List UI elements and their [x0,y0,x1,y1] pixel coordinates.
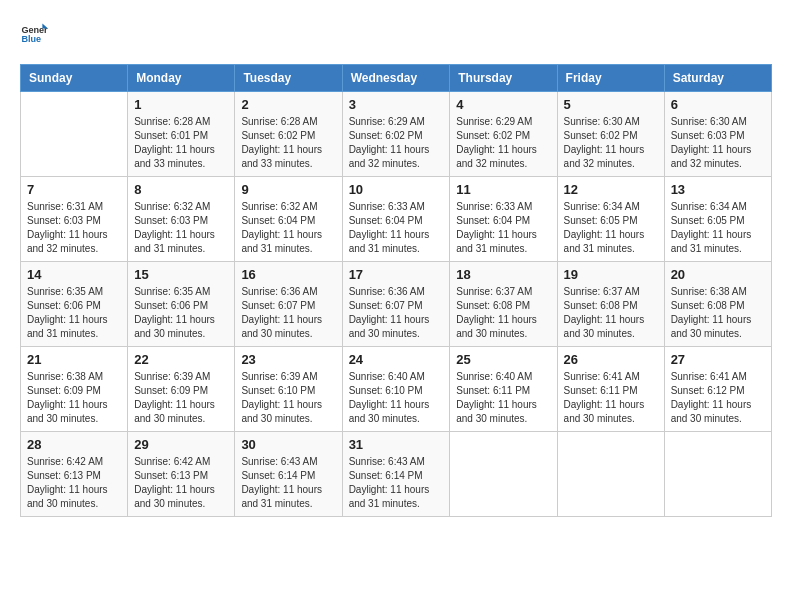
day-number: 30 [241,437,335,452]
day-info: Sunrise: 6:33 AMSunset: 6:04 PMDaylight:… [349,200,444,256]
calendar-cell: 10Sunrise: 6:33 AMSunset: 6:04 PMDayligh… [342,177,450,262]
calendar-cell [557,432,664,517]
header-day-friday: Friday [557,65,664,92]
calendar-cell: 8Sunrise: 6:32 AMSunset: 6:03 PMDaylight… [128,177,235,262]
day-number: 8 [134,182,228,197]
calendar-cell: 1Sunrise: 6:28 AMSunset: 6:01 PMDaylight… [128,92,235,177]
day-info: Sunrise: 6:34 AMSunset: 6:05 PMDaylight:… [564,200,658,256]
calendar-cell: 5Sunrise: 6:30 AMSunset: 6:02 PMDaylight… [557,92,664,177]
day-info: Sunrise: 6:30 AMSunset: 6:03 PMDaylight:… [671,115,765,171]
day-number: 6 [671,97,765,112]
day-info: Sunrise: 6:30 AMSunset: 6:02 PMDaylight:… [564,115,658,171]
calendar-cell: 6Sunrise: 6:30 AMSunset: 6:03 PMDaylight… [664,92,771,177]
logo: General Blue [20,20,48,48]
day-info: Sunrise: 6:28 AMSunset: 6:01 PMDaylight:… [134,115,228,171]
day-number: 19 [564,267,658,282]
day-info: Sunrise: 6:43 AMSunset: 6:14 PMDaylight:… [349,455,444,511]
day-number: 24 [349,352,444,367]
day-info: Sunrise: 6:38 AMSunset: 6:09 PMDaylight:… [27,370,121,426]
calendar-cell: 3Sunrise: 6:29 AMSunset: 6:02 PMDaylight… [342,92,450,177]
day-info: Sunrise: 6:32 AMSunset: 6:04 PMDaylight:… [241,200,335,256]
day-number: 2 [241,97,335,112]
calendar-cell: 2Sunrise: 6:28 AMSunset: 6:02 PMDaylight… [235,92,342,177]
day-number: 21 [27,352,121,367]
day-info: Sunrise: 6:41 AMSunset: 6:11 PMDaylight:… [564,370,658,426]
day-number: 22 [134,352,228,367]
header-day-monday: Monday [128,65,235,92]
day-info: Sunrise: 6:39 AMSunset: 6:09 PMDaylight:… [134,370,228,426]
day-number: 13 [671,182,765,197]
calendar-cell: 18Sunrise: 6:37 AMSunset: 6:08 PMDayligh… [450,262,557,347]
day-number: 12 [564,182,658,197]
day-number: 16 [241,267,335,282]
day-number: 9 [241,182,335,197]
calendar-cell: 24Sunrise: 6:40 AMSunset: 6:10 PMDayligh… [342,347,450,432]
calendar-cell [664,432,771,517]
header: General Blue [20,20,772,48]
day-number: 29 [134,437,228,452]
calendar-table: SundayMondayTuesdayWednesdayThursdayFrid… [20,64,772,517]
calendar-cell: 26Sunrise: 6:41 AMSunset: 6:11 PMDayligh… [557,347,664,432]
calendar-cell: 11Sunrise: 6:33 AMSunset: 6:04 PMDayligh… [450,177,557,262]
header-day-wednesday: Wednesday [342,65,450,92]
day-info: Sunrise: 6:32 AMSunset: 6:03 PMDaylight:… [134,200,228,256]
calendar-cell: 20Sunrise: 6:38 AMSunset: 6:08 PMDayligh… [664,262,771,347]
day-number: 11 [456,182,550,197]
calendar-cell: 9Sunrise: 6:32 AMSunset: 6:04 PMDaylight… [235,177,342,262]
day-info: Sunrise: 6:33 AMSunset: 6:04 PMDaylight:… [456,200,550,256]
day-number: 14 [27,267,121,282]
calendar-cell: 14Sunrise: 6:35 AMSunset: 6:06 PMDayligh… [21,262,128,347]
calendar-cell: 16Sunrise: 6:36 AMSunset: 6:07 PMDayligh… [235,262,342,347]
day-number: 17 [349,267,444,282]
day-info: Sunrise: 6:37 AMSunset: 6:08 PMDaylight:… [456,285,550,341]
calendar-cell: 21Sunrise: 6:38 AMSunset: 6:09 PMDayligh… [21,347,128,432]
day-info: Sunrise: 6:40 AMSunset: 6:11 PMDaylight:… [456,370,550,426]
day-info: Sunrise: 6:31 AMSunset: 6:03 PMDaylight:… [27,200,121,256]
calendar-cell: 23Sunrise: 6:39 AMSunset: 6:10 PMDayligh… [235,347,342,432]
header-day-sunday: Sunday [21,65,128,92]
day-info: Sunrise: 6:34 AMSunset: 6:05 PMDaylight:… [671,200,765,256]
calendar-cell [450,432,557,517]
day-info: Sunrise: 6:29 AMSunset: 6:02 PMDaylight:… [349,115,444,171]
day-info: Sunrise: 6:38 AMSunset: 6:08 PMDaylight:… [671,285,765,341]
calendar-cell: 22Sunrise: 6:39 AMSunset: 6:09 PMDayligh… [128,347,235,432]
day-info: Sunrise: 6:28 AMSunset: 6:02 PMDaylight:… [241,115,335,171]
calendar-cell: 19Sunrise: 6:37 AMSunset: 6:08 PMDayligh… [557,262,664,347]
day-number: 15 [134,267,228,282]
header-day-thursday: Thursday [450,65,557,92]
day-info: Sunrise: 6:29 AMSunset: 6:02 PMDaylight:… [456,115,550,171]
day-number: 18 [456,267,550,282]
day-number: 7 [27,182,121,197]
day-info: Sunrise: 6:35 AMSunset: 6:06 PMDaylight:… [134,285,228,341]
calendar-cell: 25Sunrise: 6:40 AMSunset: 6:11 PMDayligh… [450,347,557,432]
header-day-saturday: Saturday [664,65,771,92]
day-number: 23 [241,352,335,367]
day-number: 27 [671,352,765,367]
day-number: 5 [564,97,658,112]
day-info: Sunrise: 6:42 AMSunset: 6:13 PMDaylight:… [134,455,228,511]
day-number: 25 [456,352,550,367]
calendar-cell: 12Sunrise: 6:34 AMSunset: 6:05 PMDayligh… [557,177,664,262]
day-info: Sunrise: 6:35 AMSunset: 6:06 PMDaylight:… [27,285,121,341]
week-row-0: 1Sunrise: 6:28 AMSunset: 6:01 PMDaylight… [21,92,772,177]
logo-icon: General Blue [20,20,48,48]
day-info: Sunrise: 6:36 AMSunset: 6:07 PMDaylight:… [349,285,444,341]
calendar-cell: 17Sunrise: 6:36 AMSunset: 6:07 PMDayligh… [342,262,450,347]
calendar-body: 1Sunrise: 6:28 AMSunset: 6:01 PMDaylight… [21,92,772,517]
day-info: Sunrise: 6:41 AMSunset: 6:12 PMDaylight:… [671,370,765,426]
day-info: Sunrise: 6:36 AMSunset: 6:07 PMDaylight:… [241,285,335,341]
calendar-cell: 29Sunrise: 6:42 AMSunset: 6:13 PMDayligh… [128,432,235,517]
week-row-4: 28Sunrise: 6:42 AMSunset: 6:13 PMDayligh… [21,432,772,517]
day-info: Sunrise: 6:43 AMSunset: 6:14 PMDaylight:… [241,455,335,511]
calendar-cell: 31Sunrise: 6:43 AMSunset: 6:14 PMDayligh… [342,432,450,517]
day-number: 10 [349,182,444,197]
week-row-3: 21Sunrise: 6:38 AMSunset: 6:09 PMDayligh… [21,347,772,432]
week-row-1: 7Sunrise: 6:31 AMSunset: 6:03 PMDaylight… [21,177,772,262]
day-number: 31 [349,437,444,452]
day-info: Sunrise: 6:42 AMSunset: 6:13 PMDaylight:… [27,455,121,511]
header-row: SundayMondayTuesdayWednesdayThursdayFrid… [21,65,772,92]
day-number: 1 [134,97,228,112]
day-number: 4 [456,97,550,112]
week-row-2: 14Sunrise: 6:35 AMSunset: 6:06 PMDayligh… [21,262,772,347]
calendar-cell: 7Sunrise: 6:31 AMSunset: 6:03 PMDaylight… [21,177,128,262]
